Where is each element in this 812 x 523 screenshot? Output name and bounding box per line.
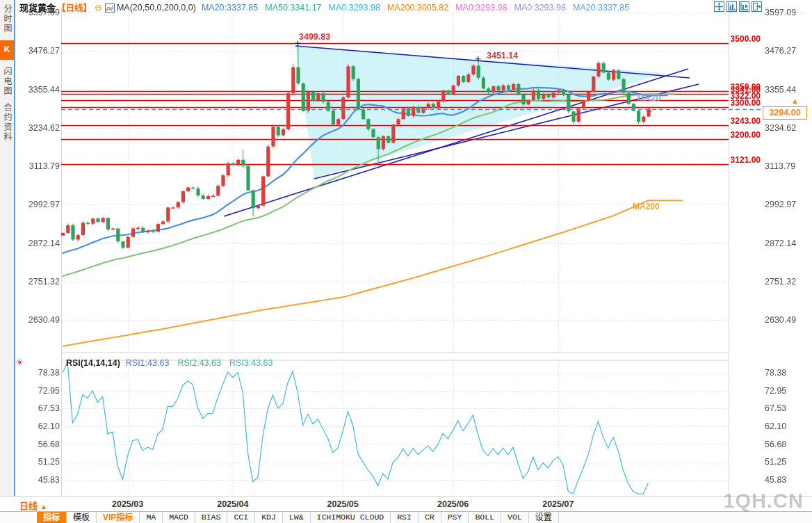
rsi-header: RSI(14,14,14)RSI1:43.63RSI2:43.63RSI3:43… bbox=[66, 358, 281, 368]
watermark: 1QH.CN bbox=[723, 490, 804, 513]
rsi-tick: 72.95 bbox=[17, 386, 60, 396]
toolbar-item-7[interactable]: KDJ bbox=[255, 512, 283, 523]
ma-values: MA20:3337.85MA50:3341.17MA0:3293.98MA200… bbox=[202, 2, 636, 12]
rsi-tick: 45.83 bbox=[17, 475, 60, 485]
rsi-tick: 62.10 bbox=[765, 421, 808, 431]
chevron-up-icon: ▲ bbox=[40, 503, 47, 510]
ma-value-5: MA0:3293.98 bbox=[514, 3, 566, 13]
toolbar-item-10[interactable]: RSI bbox=[391, 512, 419, 523]
current-price-tag[interactable]: 3294.00 bbox=[763, 106, 807, 120]
rsi-tick: 62.10 bbox=[17, 421, 60, 431]
rsi-tick: 51.25 bbox=[17, 457, 60, 467]
left-sidebar: 分时图K线图闪电图合约资料 bbox=[0, 0, 15, 496]
price-tick: 3355.44 bbox=[17, 85, 60, 95]
ma-value-6: MA20:3337.85 bbox=[573, 3, 629, 13]
sidebar-tab-0[interactable]: 分时图 bbox=[0, 4, 14, 33]
price-tick: 3597.09 bbox=[765, 8, 808, 17]
price-tick: 2630.49 bbox=[17, 315, 60, 325]
hline-label[interactable]: 3243.00 bbox=[681, 116, 761, 126]
hline-label[interactable]: 3200.00 bbox=[681, 130, 761, 140]
rsi-tick: 51.25 bbox=[765, 457, 808, 467]
toolbar-item-1[interactable]: 模板 bbox=[67, 512, 97, 523]
rsi-value-1: RSI2:43.63 bbox=[177, 358, 221, 368]
ma-value-0: MA20:3337.85 bbox=[202, 3, 258, 13]
price-tick: 2751.32 bbox=[765, 277, 808, 287]
hline-label[interactable]: 3300.00 bbox=[681, 98, 761, 108]
rsi-value-0: RSI1:43.63 bbox=[126, 358, 170, 368]
toolbar-item-2[interactable]: VIP指标 bbox=[97, 512, 140, 523]
ma-formula: MA(20,50,0,200,0,0) bbox=[117, 3, 196, 13]
exit-panel-icon[interactable] bbox=[752, 1, 762, 12]
sidebar-tab-1[interactable]: K线图 bbox=[0, 40, 14, 60]
month-label: 2025/04 bbox=[209, 499, 257, 509]
hline-label[interactable]: 3121.00 bbox=[681, 155, 761, 165]
sidebar-tab-2[interactable]: 闪电图 bbox=[0, 67, 14, 96]
price-tick: 2751.32 bbox=[17, 277, 60, 287]
candlestick-icon bbox=[105, 3, 115, 13]
rsi-tick: 67.53 bbox=[17, 403, 60, 413]
axis-scale-icon[interactable] bbox=[726, 1, 737, 12]
ma20-line-tag: MA20 bbox=[637, 92, 661, 103]
price-tick: 2992.97 bbox=[765, 200, 808, 209]
hline-label[interactable]: 3500.00 bbox=[681, 34, 761, 44]
rsi-tick: 78.38 bbox=[17, 368, 60, 378]
peak-price-label: 3499.83 bbox=[299, 32, 330, 42]
rsi-tick: 78.38 bbox=[765, 368, 808, 378]
period-label: 日线 bbox=[19, 501, 38, 511]
period-tag: 【日线】 bbox=[57, 3, 92, 13]
price-tick: 2872.14 bbox=[765, 239, 808, 248]
ma200-line-tag: MA200 bbox=[633, 202, 660, 211]
toolbar-item-13[interactable]: BOLL bbox=[469, 512, 501, 523]
rsi-value-2: RSI3:43.63 bbox=[229, 358, 273, 368]
toolbar-item-15[interactable]: 设置 bbox=[529, 512, 559, 523]
ma-value-4: MA0:3293.98 bbox=[455, 3, 507, 13]
price-tick: 3113.79 bbox=[17, 161, 60, 171]
indicator-toolbar: 指标模板VIP指标MAMACDBIASCCIKDJLW&ICHIMOKU CLO… bbox=[0, 511, 812, 523]
toolbar-item-11[interactable]: CR bbox=[419, 512, 441, 523]
price-tick: 3355.44 bbox=[765, 85, 808, 95]
month-label: 2025/06 bbox=[429, 499, 478, 509]
ma-value-2: MA0:3293.98 bbox=[329, 3, 380, 13]
toolbar-item-5[interactable]: BIAS bbox=[195, 512, 228, 523]
price-up-arrow: ▲ bbox=[791, 97, 799, 106]
rsi-tick: 72.95 bbox=[765, 386, 808, 396]
time-axis-row: 日线▲ 2025/032025/042025/052025/062025/07 bbox=[0, 496, 812, 512]
chart-header: 现货黄金【日线】⊖MA(20,50,0,200,0,0)MA20:3337.85… bbox=[19, 1, 636, 12]
toolbar-item-0[interactable]: 指标 bbox=[37, 512, 67, 523]
toolbar-item-9[interactable]: ICHIMOKU CLOUD bbox=[311, 512, 391, 523]
ma-value-3: MA200:3005.82 bbox=[387, 3, 448, 13]
month-label: 2025/05 bbox=[318, 499, 367, 509]
toolbar-item-6[interactable]: CCI bbox=[227, 512, 255, 523]
price-tick: 3234.62 bbox=[765, 123, 808, 133]
price-tick: 3476.27 bbox=[17, 46, 60, 56]
rsi-tick: 56.68 bbox=[17, 440, 60, 449]
indicator-settings-icon[interactable]: ☀ bbox=[15, 357, 24, 368]
toolbar-item-12[interactable]: PSY bbox=[441, 512, 469, 523]
rsi-tick: 45.83 bbox=[765, 475, 808, 485]
ma-value-1: MA50:3341.17 bbox=[265, 3, 321, 13]
toolbar-item-14[interactable]: VOL bbox=[501, 512, 529, 523]
rsi-tick: 56.68 bbox=[765, 440, 808, 449]
tab-first-char: K bbox=[0, 40, 14, 60]
toolbar-item-3[interactable]: MA bbox=[140, 512, 163, 523]
toolbar-item-4[interactable]: MACD bbox=[163, 512, 195, 523]
rsi-tick: 67.53 bbox=[765, 403, 808, 413]
sidebar-tab-3[interactable]: 合约资料 bbox=[0, 103, 14, 142]
toolbar-item-8[interactable]: LW& bbox=[283, 512, 311, 523]
rsi-title: RSI(14,14,14) bbox=[66, 358, 120, 368]
collapse-icon[interactable]: ⊖ bbox=[95, 2, 102, 13]
rsi-values: RSI1:43.63RSI2:43.63RSI3:43.63 bbox=[126, 358, 282, 368]
month-label: 2025/07 bbox=[534, 499, 583, 509]
peak-price-label: 3451.14 bbox=[487, 51, 518, 61]
price-tick: 3234.62 bbox=[17, 123, 60, 133]
period-selector-button[interactable]: 日线▲ bbox=[19, 499, 47, 512]
symbol-name: 现货黄金 bbox=[19, 3, 56, 13]
month-label: 2025/03 bbox=[104, 499, 152, 509]
price-tick: 3113.79 bbox=[765, 161, 808, 171]
window-tool-icons bbox=[712, 1, 762, 15]
axis-play-icon[interactable] bbox=[739, 1, 749, 12]
kline-chart-canvas[interactable] bbox=[0, 0, 812, 496]
price-tick: 3476.27 bbox=[765, 46, 808, 56]
crosshair-icon[interactable] bbox=[714, 1, 724, 12]
price-tick: 2992.97 bbox=[17, 200, 60, 209]
